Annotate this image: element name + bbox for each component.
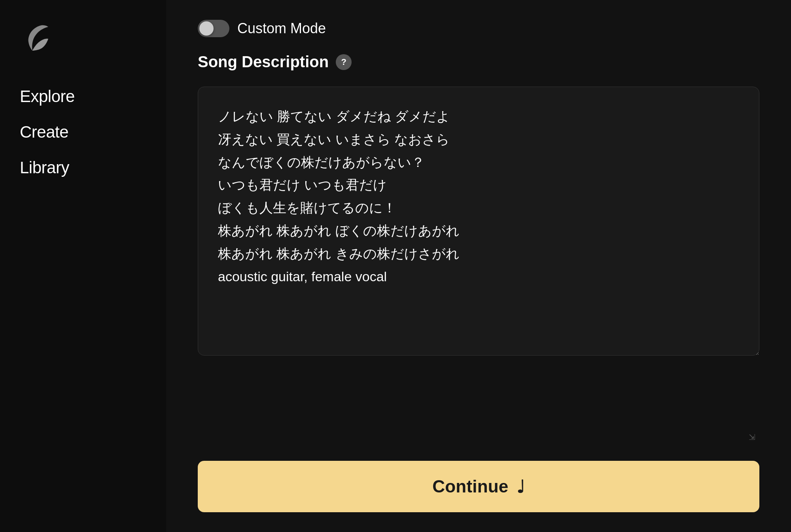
section-header: Song Description ? [198,53,759,71]
app-logo [20,20,55,55]
textarea-container: ⇲ [198,87,759,445]
sidebar-item-create[interactable]: Create [16,116,150,148]
sidebar-item-library[interactable]: Library [16,152,150,184]
custom-mode-label: Custom Mode [237,20,326,37]
custom-mode-toggle[interactable] [198,20,229,37]
resize-indicator: ⇲ [749,432,755,442]
main-content: Custom Mode Song Description ? ⇲ Continu… [166,0,791,532]
toggle-knob [199,21,214,36]
section-title: Song Description [198,53,329,71]
custom-mode-toggle-container[interactable]: Custom Mode [198,20,326,37]
sidebar: Explore Create Library [0,0,166,532]
music-note-icon: ♩ [517,477,525,497]
nav-menu: Explore Create Library [0,81,166,184]
help-icon[interactable]: ? [336,54,352,70]
logo-container [0,16,166,81]
continue-button[interactable]: Continue ♩ [198,461,759,512]
continue-label: Continue [432,477,508,496]
top-bar: Custom Mode [198,20,759,37]
sidebar-item-explore[interactable]: Explore [16,81,150,112]
song-description-textarea[interactable] [198,87,759,356]
